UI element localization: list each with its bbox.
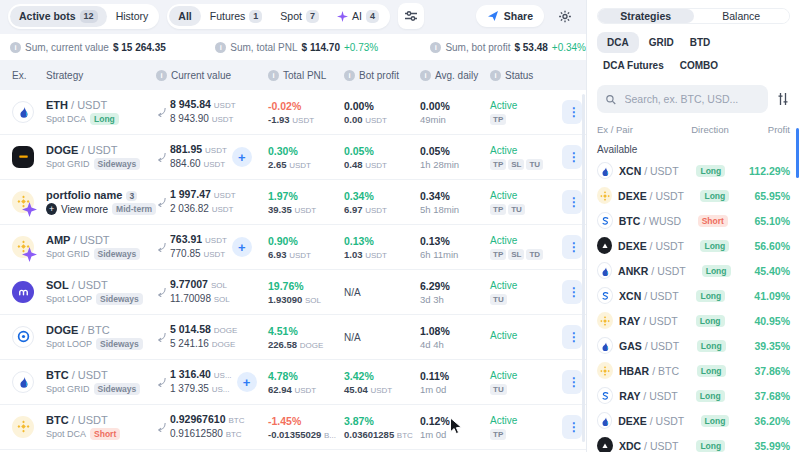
strategy-name: Spot DCA bbox=[46, 114, 86, 124]
add-funds-button[interactable]: + bbox=[232, 147, 252, 167]
strategy-list-item[interactable]: DEXE / USDTLong65.95% bbox=[597, 183, 790, 208]
strategy-list-item[interactable]: GAS / USDTLong39.35% bbox=[597, 333, 790, 358]
row-menu-button[interactable]: ⋮ bbox=[562, 190, 582, 214]
table-row[interactable]: AMP / USDTSpot GRIDSideways763.91 USDT77… bbox=[0, 225, 586, 270]
tab-strategies[interactable]: Strategies bbox=[598, 9, 694, 23]
row-menu-button[interactable]: ⋮ bbox=[562, 145, 582, 169]
chip-dca-futures-label: DCA Futures bbox=[603, 60, 664, 71]
strategy-list-item[interactable]: HBAR / BTCLong37.86% bbox=[597, 358, 790, 383]
strategy-list-item[interactable]: BTC / WUSDShort65.10% bbox=[597, 208, 790, 233]
available-strategies-list: XCN / USDTLong112.29%DEXE / USDTLong65.9… bbox=[597, 158, 790, 452]
col-current-value[interactable]: Current value bbox=[171, 70, 231, 81]
info-icon[interactable]: i bbox=[420, 70, 431, 81]
summary-value: $ 15 264.35 bbox=[113, 42, 166, 53]
strategy-list-item[interactable]: RAY / USDTLong40.95% bbox=[597, 308, 790, 333]
info-icon[interactable]: i bbox=[268, 70, 279, 81]
pair-label: DEXE / USDT bbox=[618, 415, 684, 427]
binance-exchange-icon bbox=[12, 191, 34, 213]
binance-exchange-icon bbox=[12, 236, 34, 258]
col-ex-pair[interactable]: Ex / Pair bbox=[597, 124, 680, 135]
row-menu-button[interactable]: ⋮ bbox=[562, 415, 582, 439]
strategy-list-item[interactable]: XDC / USDTLong35.99% bbox=[597, 433, 790, 452]
percent-value: 0.90% bbox=[268, 235, 344, 247]
strategy-list-item[interactable]: ANKR / USDTLong45.40% bbox=[597, 258, 790, 283]
info-icon[interactable]: i bbox=[344, 70, 355, 81]
table-row[interactable]: DOGE / USDTSpot GRIDSideways881.95 USDT8… bbox=[0, 135, 586, 180]
tab-history[interactable]: History bbox=[107, 6, 158, 26]
main-scrollbar[interactable] bbox=[582, 94, 585, 442]
chip-dca[interactable]: DCA bbox=[597, 32, 639, 53]
col-status[interactable]: Status bbox=[505, 70, 533, 81]
filter-tab-spot[interactable]: Spot 7 bbox=[271, 6, 328, 27]
pair-label: DEXE / USDT bbox=[618, 190, 684, 202]
profit-value: 41.09% bbox=[743, 290, 790, 302]
direction-tag: Long bbox=[696, 390, 725, 402]
trend-arrow-icon bbox=[156, 287, 167, 298]
table-row[interactable]: DOGE / BTCSpot LOOPSideways5 014.58 DOGE… bbox=[0, 315, 586, 360]
percent-value: 0.05% bbox=[420, 145, 490, 157]
strategy-list-item[interactable]: XCN / USDTLong41.09% bbox=[597, 283, 790, 308]
table-row[interactable]: BTC / USDTSpot GRIDSideways1 316.40 US..… bbox=[0, 360, 586, 405]
pair-label: RAY / USDT bbox=[619, 390, 678, 402]
share-button[interactable]: Share bbox=[476, 5, 544, 27]
filter-tab-all[interactable]: All bbox=[169, 6, 200, 26]
percent-value: 1.08% bbox=[420, 325, 490, 337]
filter-tab-futures[interactable]: Futures 1 bbox=[201, 6, 272, 27]
row-menu-button[interactable]: ⋮ bbox=[562, 235, 582, 259]
direction-tag: Long bbox=[697, 340, 726, 352]
row-menu-button[interactable]: ⋮ bbox=[562, 100, 582, 124]
col-total-pnl[interactable]: Total PNL bbox=[283, 70, 326, 81]
chip-combo[interactable]: COMBO bbox=[674, 55, 724, 76]
bot-age: 5h 18min bbox=[420, 204, 490, 215]
table-row[interactable]: ETH / USDTSpot DCALong8 945.84 USDT8 943… bbox=[0, 90, 586, 135]
row-menu-button[interactable]: ⋮ bbox=[562, 325, 582, 349]
view-more-link[interactable]: View more bbox=[61, 204, 108, 215]
tab-active-bots[interactable]: Active bots 12 bbox=[10, 6, 107, 27]
strategy-list-item[interactable]: DEXE / USDTLong56.60% bbox=[597, 233, 790, 258]
direction-tag: Long bbox=[696, 165, 725, 177]
info-icon[interactable]: i bbox=[10, 42, 21, 53]
strategy-list-item[interactable]: DEXE / USDTLong36.20% bbox=[597, 408, 790, 433]
amount-value: 2.65 USDT bbox=[268, 159, 344, 170]
invested-value: 0.91612580 BTC bbox=[170, 427, 244, 441]
add-funds-button[interactable]: + bbox=[237, 372, 257, 392]
panel-scrollbar-thumb[interactable] bbox=[796, 128, 799, 178]
info-icon[interactable]: i bbox=[215, 42, 226, 53]
trend-arrow-icon bbox=[156, 422, 167, 433]
summary-value: $ 114.70 bbox=[302, 42, 340, 53]
add-funds-button[interactable]: + bbox=[232, 237, 252, 257]
strategy-name: Spot LOOP bbox=[46, 294, 92, 304]
tune-filter-icon[interactable] bbox=[776, 92, 790, 106]
row-menu-button[interactable]: ⋮ bbox=[562, 280, 582, 304]
search-input[interactable] bbox=[623, 92, 761, 106]
col-avg-daily[interactable]: Avg. daily bbox=[435, 70, 478, 81]
strategy-list-item[interactable]: RAY / USDTLong37.68% bbox=[597, 383, 790, 408]
info-icon[interactable]: i bbox=[430, 42, 441, 53]
chip-btd[interactable]: BTD bbox=[684, 32, 717, 53]
settings-gear-button[interactable] bbox=[552, 3, 578, 29]
tab-balance-label: Balance bbox=[722, 10, 760, 22]
summary-label: Sum, current value bbox=[25, 42, 109, 53]
percent-value: 0.13% bbox=[344, 235, 420, 247]
col-direction[interactable]: Direction bbox=[680, 124, 740, 135]
swirl-exchange-icon bbox=[597, 212, 613, 229]
tab-balance[interactable]: Balance bbox=[694, 9, 790, 23]
chip-dca-futures[interactable]: DCA Futures bbox=[597, 55, 670, 76]
info-icon[interactable]: i bbox=[156, 70, 167, 81]
filter-tab-ai[interactable]: AI 4 bbox=[328, 6, 388, 27]
row-menu-button[interactable]: ⋮ bbox=[562, 370, 582, 394]
table-row[interactable]: SOL / USDTSpot LOOPSideways9.77007 SOL11… bbox=[0, 270, 586, 315]
chip-grid[interactable]: GRID bbox=[643, 32, 680, 53]
col-profit[interactable]: Profit bbox=[740, 124, 790, 135]
profit-value: 39.35% bbox=[743, 340, 790, 352]
invested-value: 5 241.16 DOGE bbox=[170, 337, 237, 351]
filter-settings-button[interactable] bbox=[398, 3, 424, 29]
strategy-list-item[interactable]: XCN / USDTLong112.29% bbox=[597, 158, 790, 183]
direction-tag: Sideways bbox=[96, 293, 143, 305]
table-row[interactable]: BTC / USDTSpot DCAShort0.92967610 BTC0.9… bbox=[0, 405, 586, 450]
available-section-label: Available bbox=[597, 144, 790, 155]
table-row[interactable]: portfolio name3+View moreMid-term1 997.4… bbox=[0, 180, 586, 225]
chip-combo-label: COMBO bbox=[680, 60, 718, 71]
col-bot-profit[interactable]: Bot profit bbox=[359, 70, 399, 81]
info-icon[interactable]: i bbox=[490, 70, 501, 81]
